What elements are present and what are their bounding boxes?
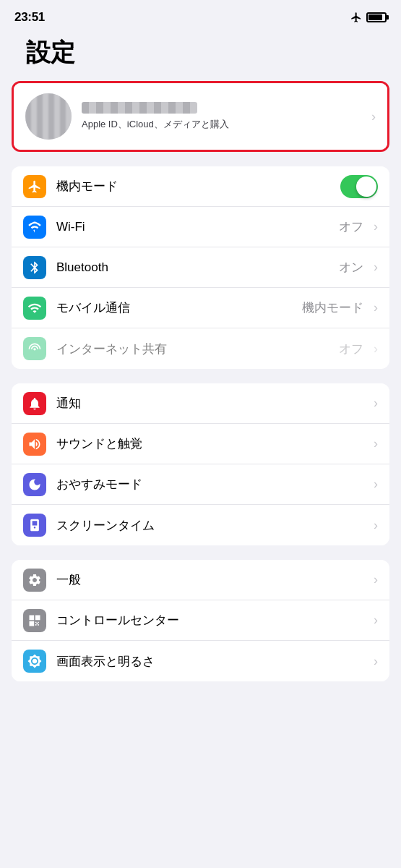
cellular-icon xyxy=(27,301,42,315)
general-chevron: › xyxy=(374,572,378,587)
screentime-icon-wrap xyxy=(23,514,46,537)
bluetooth-icon-wrap xyxy=(23,256,46,279)
bluetooth-value: オン xyxy=(339,259,363,276)
apple-id-subtitle: Apple ID、iCloud、メディアと購入 xyxy=(82,118,366,131)
wifi-value: オフ xyxy=(339,218,363,235)
page-title: 設定 xyxy=(12,29,389,81)
donotdisturb-chevron: › xyxy=(374,477,378,492)
hotspot-label: インターネット共有 xyxy=(56,341,339,357)
chevron-icon: › xyxy=(371,109,376,124)
sounds-icon xyxy=(27,437,42,451)
bluetooth-label: Bluetooth xyxy=(56,260,339,275)
settings-row-controlcenter[interactable]: コントロールセンター › xyxy=(12,600,389,641)
airplane-label: 機内モード xyxy=(56,178,335,195)
apple-id-info: Apple ID、iCloud、メディアと購入 xyxy=(82,102,366,131)
controlcenter-label: コントロールセンター xyxy=(56,612,368,629)
notifications-chevron: › xyxy=(374,396,378,411)
sounds-icon-wrap xyxy=(23,433,46,456)
airplane-status-icon xyxy=(350,12,362,23)
screentime-chevron: › xyxy=(374,518,378,533)
notifications-label: 通知 xyxy=(56,395,368,412)
settings-row-general[interactable]: 一般 › xyxy=(12,560,389,600)
controlcenter-icon xyxy=(27,613,42,628)
moon-icon xyxy=(27,477,42,492)
wifi-icon-wrap xyxy=(23,216,46,239)
hotspot-icon xyxy=(27,341,42,356)
apple-id-name-bar xyxy=(82,102,197,114)
screentime-label: スクリーンタイム xyxy=(56,517,368,534)
general-label: 一般 xyxy=(56,571,368,588)
controlcenter-icon-wrap xyxy=(23,609,46,632)
sounds-chevron: › xyxy=(374,436,378,451)
settings-row-wifi[interactable]: Wi-Fi オフ › xyxy=(12,207,389,247)
settings-row-donotdisturb[interactable]: おやすみモード › xyxy=(12,464,389,505)
toggle-knob xyxy=(356,176,376,197)
hotspot-chevron: › xyxy=(374,341,378,357)
cellular-value: 機内モード xyxy=(302,299,363,316)
controlcenter-chevron: › xyxy=(374,613,378,628)
settings-row-airplane[interactable]: 機内モード xyxy=(12,166,389,207)
display-icon-wrap xyxy=(23,650,46,673)
general-icon-wrap xyxy=(23,569,46,592)
settings-group-general: 一般 › コントロールセンター › 画面表示と明るさ › xyxy=(12,560,389,681)
bluetooth-chevron: › xyxy=(374,260,378,275)
settings-row-notifications[interactable]: 通知 › xyxy=(12,383,389,424)
gear-icon xyxy=(27,573,42,587)
display-icon xyxy=(27,654,42,668)
status-time: 23:51 xyxy=(14,10,45,25)
cellular-label: モバイル通信 xyxy=(56,299,302,316)
settings-row-cellular[interactable]: モバイル通信 機内モード › xyxy=(12,288,389,328)
wifi-icon xyxy=(27,220,42,234)
hotspot-value: オフ xyxy=(339,341,363,357)
airplane-mode-toggle[interactable] xyxy=(340,175,378,198)
settings-row-hotspot[interactable]: インターネット共有 オフ › xyxy=(12,328,389,369)
bluetooth-icon xyxy=(27,260,42,275)
airplane-icon xyxy=(27,179,42,194)
settings-row-bluetooth[interactable]: Bluetooth オン › xyxy=(12,247,389,288)
donotdisturb-label: おやすみモード xyxy=(56,476,368,493)
settings-row-screentime[interactable]: スクリーンタイム › xyxy=(12,505,389,545)
notifications-icon-wrap xyxy=(23,392,46,415)
status-bar: 23:51 xyxy=(0,0,401,29)
display-label: 画面表示と明るさ xyxy=(56,653,368,670)
hotspot-icon-wrap xyxy=(23,337,46,360)
donotdisturb-icon-wrap xyxy=(23,473,46,496)
sounds-label: サウンドと触覚 xyxy=(56,435,368,452)
display-chevron: › xyxy=(374,654,378,669)
airplane-icon-wrap xyxy=(23,175,46,198)
settings-row-sounds[interactable]: サウンドと触覚 › xyxy=(12,424,389,464)
status-icons xyxy=(350,12,387,23)
cellular-icon-wrap xyxy=(23,297,46,320)
settings-group-network: 機内モード Wi-Fi オフ › Bluetooth オン xyxy=(12,166,389,369)
apple-id-section[interactable]: Apple ID、iCloud、メディアと購入 › xyxy=(12,81,389,152)
battery-icon xyxy=(366,12,387,22)
notifications-icon xyxy=(27,396,42,411)
screentime-icon xyxy=(27,518,42,532)
wifi-chevron: › xyxy=(374,219,378,234)
settings-group-notifications: 通知 › サウンドと触覚 › おやすみモード › xyxy=(12,383,389,545)
avatar xyxy=(25,93,72,140)
settings-row-display[interactable]: 画面表示と明るさ › xyxy=(12,641,389,681)
cellular-chevron: › xyxy=(374,300,378,315)
wifi-label: Wi-Fi xyxy=(56,220,339,234)
